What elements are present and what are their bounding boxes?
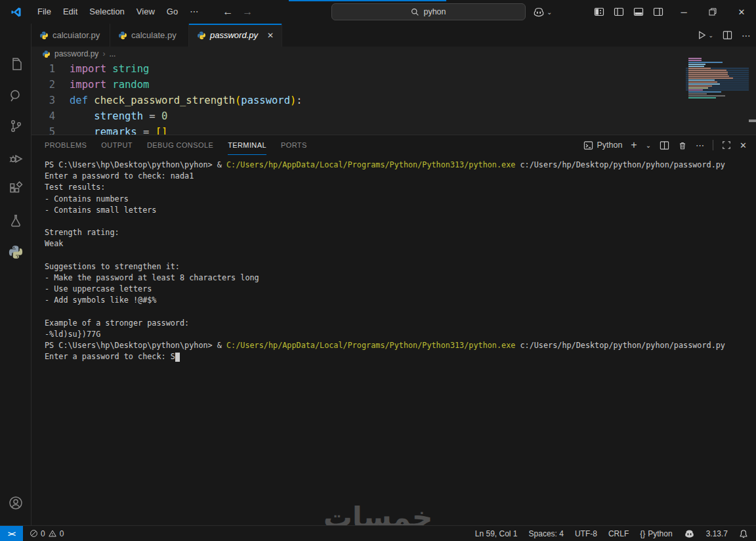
line-number: 5 xyxy=(32,124,70,135)
toggle-panel-icon[interactable] xyxy=(633,7,644,17)
more-actions-icon[interactable]: ⋯ xyxy=(742,30,751,41)
search-icon xyxy=(411,8,419,16)
minimap-line xyxy=(686,99,749,100)
minimap-line xyxy=(686,87,749,89)
editor-tab-calcuiator.py[interactable]: calcuiator.py xyxy=(32,24,110,47)
minimap-bar xyxy=(688,89,703,91)
menu-selection[interactable]: Selection xyxy=(83,3,130,20)
close-tab-icon[interactable]: ✕ xyxy=(267,31,274,40)
minimap-line xyxy=(686,83,749,85)
maximize-panel-icon[interactable] xyxy=(722,141,731,150)
minimap-line xyxy=(686,95,749,97)
indentation[interactable]: Spaces: 4 xyxy=(529,529,564,538)
testing-icon[interactable] xyxy=(0,207,32,234)
editor-tab-password.py[interactable]: password.py✕ xyxy=(189,24,282,47)
accounts-icon[interactable] xyxy=(0,490,32,516)
command-center-search[interactable]: pyhon xyxy=(331,3,526,20)
menu-go[interactable]: Go xyxy=(161,3,184,20)
encoding[interactable]: UTF-8 xyxy=(575,529,597,538)
toggle-primary-sidebar-icon[interactable] xyxy=(614,7,624,17)
cursor-position[interactable]: Ln 59, Col 1 xyxy=(475,529,518,538)
panel-tabs: PROBLEMSOUTPUTDEBUG CONSOLETERMINALPORTS xyxy=(45,135,322,155)
minimap-line xyxy=(686,76,749,77)
panel-tab-output[interactable]: OUTPUT xyxy=(101,135,133,155)
breadcrumb-separator: › xyxy=(102,49,105,58)
panel-tab-debug-console[interactable]: DEBUG CONSOLE xyxy=(147,135,213,155)
split-terminal-icon[interactable] xyxy=(660,141,669,150)
python-file-icon xyxy=(42,50,51,58)
menu-more-icon[interactable]: ⋯ xyxy=(184,3,204,20)
customize-layout-icon[interactable] xyxy=(594,7,604,17)
panel-tab-ports[interactable]: PORTS xyxy=(281,135,307,155)
source-control-icon[interactable] xyxy=(0,113,32,139)
explorer-icon[interactable] xyxy=(0,51,32,77)
minimap-bar xyxy=(688,76,729,77)
minimap-line xyxy=(686,62,749,63)
copilot-menu[interactable]: ⌄ xyxy=(533,3,552,20)
new-terminal-icon[interactable]: + xyxy=(631,139,637,151)
close-panel-icon[interactable]: ✕ xyxy=(740,141,747,150)
terminal-output[interactable]: PS C:\Users\hp\Desktop\python\pyhon> & C… xyxy=(32,155,756,362)
problems-status[interactable]: 0 0 xyxy=(30,529,64,538)
terminal-dropdown-icon[interactable]: ⌄ xyxy=(646,142,651,149)
terminal-profile[interactable]: Python xyxy=(583,141,622,150)
minimap-bar xyxy=(688,72,728,73)
terminal-line: PS C:\Users\hp\Desktop\python\pyhon> & C… xyxy=(45,340,756,351)
line-number: 3 xyxy=(32,93,70,108)
run-debug-icon[interactable] xyxy=(0,144,32,171)
nav-forward-icon[interactable]: → xyxy=(242,6,253,18)
editor-actions: ⌄ ⋯ xyxy=(697,24,751,47)
terminal-line: - Contains numbers xyxy=(45,194,756,205)
code-line: 3def check_password_strength(password): xyxy=(32,93,756,108)
minimap-bar xyxy=(688,77,733,79)
minimap-bar xyxy=(688,60,702,61)
panel-tab-problems[interactable]: PROBLEMS xyxy=(45,135,87,155)
editor-tab-calculate.py[interactable]: calculate.py xyxy=(110,24,189,47)
status-bar: >< 0 0 Ln 59, Col 1 Spaces: 4 UTF-8 CRLF… xyxy=(0,525,756,541)
extensions-icon[interactable] xyxy=(0,176,32,202)
breadcrumb-file[interactable]: password.py xyxy=(54,49,98,58)
menu-file[interactable]: File xyxy=(32,3,57,20)
minimize-button[interactable]: ─ xyxy=(669,0,698,24)
menu-view[interactable]: View xyxy=(131,3,161,20)
errors-icon xyxy=(30,529,38,538)
restore-button[interactable] xyxy=(698,0,727,24)
terminal-line: - Make the password at least 8 character… xyxy=(45,272,756,284)
kill-terminal-icon[interactable] xyxy=(678,141,687,150)
python-extension-icon[interactable] xyxy=(0,239,32,265)
terminal-icon xyxy=(583,141,593,150)
nav-back-icon[interactable]: ← xyxy=(222,6,233,18)
minimap-line xyxy=(686,60,749,61)
terminal-line: Test results: xyxy=(45,182,756,193)
layout-controls xyxy=(594,3,663,20)
run-python-file-icon[interactable]: ⌄ xyxy=(697,30,713,40)
terminal-line: Suggestions to strengthen it: xyxy=(45,261,756,272)
search-sidebar-icon[interactable] xyxy=(0,83,32,109)
minimap[interactable] xyxy=(686,58,749,130)
panel-header: PROBLEMSOUTPUTDEBUG CONSOLETERMINALPORTS… xyxy=(32,135,756,155)
code-editor[interactable]: 1import string2import random3def check_p… xyxy=(32,61,756,135)
minimap-line xyxy=(686,79,749,81)
notifications-bell-icon[interactable] xyxy=(739,529,748,538)
remote-indicator[interactable]: >< xyxy=(0,526,23,541)
editor-scrollbar[interactable] xyxy=(749,119,756,122)
python-file-icon xyxy=(197,31,206,40)
toggle-secondary-sidebar-icon[interactable] xyxy=(653,7,663,17)
menu-edit[interactable]: Edit xyxy=(57,3,83,20)
language-mode[interactable]: {} Python xyxy=(640,529,672,538)
breadcrumb-symbol[interactable]: ... xyxy=(109,49,116,58)
panel-tab-terminal[interactable]: TERMINAL xyxy=(228,135,266,155)
split-editor-icon[interactable] xyxy=(723,30,732,40)
minimap-line xyxy=(686,66,749,67)
terminal-toolbar: Python + ⌄ ⋯ ✕ xyxy=(583,135,747,155)
minimap-line xyxy=(686,74,749,75)
vscode-window: FileEditSelectionViewGo⋯ ← → pyhon ⌄ ─ ✕ xyxy=(0,0,756,541)
python-version[interactable]: 3.13.7 xyxy=(706,529,728,538)
copilot-status-icon[interactable] xyxy=(684,529,695,538)
breadcrumb[interactable]: password.py › ... xyxy=(32,47,756,61)
close-window-button[interactable]: ✕ xyxy=(727,0,756,24)
eol-sequence[interactable]: CRLF xyxy=(608,529,629,538)
minimap-bar xyxy=(688,62,723,63)
terminal-more-icon[interactable]: ⋯ xyxy=(696,141,704,150)
minimap-bar xyxy=(688,93,707,95)
